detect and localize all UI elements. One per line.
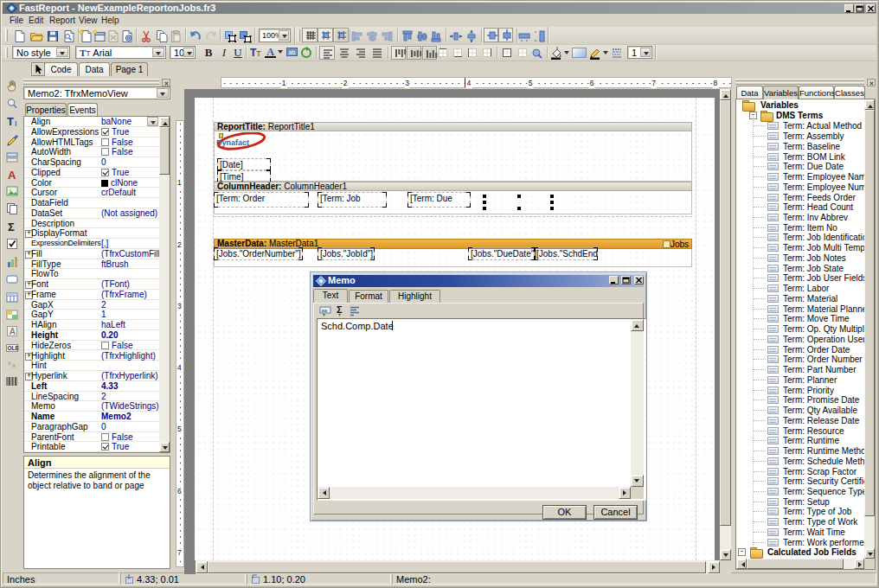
svg-text:OLE: OLE xyxy=(8,345,20,351)
svg-text:A: A xyxy=(8,169,16,182)
svg-text:T: T xyxy=(7,115,14,128)
svg-text:Σ: Σ xyxy=(337,304,343,315)
svg-text:aa: aa xyxy=(322,308,328,313)
svg-text:Σ: Σ xyxy=(8,220,15,233)
svg-text:A: A xyxy=(10,327,16,336)
svg-text:I: I xyxy=(15,119,17,128)
